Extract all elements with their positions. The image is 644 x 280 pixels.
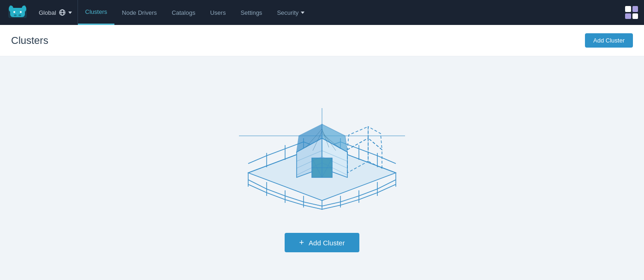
add-cluster-header-button[interactable]: Add Cluster <box>585 33 633 48</box>
logo-icon <box>7 4 28 21</box>
nav-links: Clusters Node Drivers Catalogs Users Set… <box>78 0 619 25</box>
nav-right <box>619 0 644 25</box>
global-dropdown[interactable]: Global <box>33 0 78 25</box>
global-chevron-icon <box>68 12 72 14</box>
svg-point-5 <box>18 14 21 16</box>
app-switcher-button[interactable] <box>619 0 644 25</box>
nav-link-settings[interactable]: Settings <box>233 0 269 25</box>
svg-point-6 <box>13 11 15 13</box>
nav-link-security[interactable]: Security <box>269 0 312 25</box>
svg-point-4 <box>14 14 17 16</box>
plus-icon: + <box>299 238 304 247</box>
add-cluster-main-button[interactable]: + Add Cluster <box>285 233 360 252</box>
globe-icon <box>59 9 66 16</box>
empty-state: + Add Cluster <box>0 56 644 280</box>
page-header: Clusters Add Cluster <box>0 25 644 56</box>
nav-link-clusters[interactable]: Clusters <box>78 0 115 25</box>
nav-link-users[interactable]: Users <box>203 0 233 25</box>
svg-rect-3 <box>10 8 25 17</box>
grid-icon <box>625 6 638 19</box>
nav-link-node-drivers[interactable]: Node Drivers <box>114 0 164 25</box>
navbar: Global Clusters Node Drivers Catalogs Us… <box>0 0 644 25</box>
svg-marker-52 <box>368 127 382 150</box>
page-title: Clusters <box>11 35 48 47</box>
global-label: Global <box>39 9 56 16</box>
empty-illustration <box>225 80 419 219</box>
svg-point-7 <box>20 11 22 13</box>
nav-link-catalogs[interactable]: Catalogs <box>164 0 203 25</box>
svg-marker-51 <box>347 127 368 150</box>
app-logo[interactable] <box>4 0 31 25</box>
security-chevron-icon <box>301 12 304 14</box>
